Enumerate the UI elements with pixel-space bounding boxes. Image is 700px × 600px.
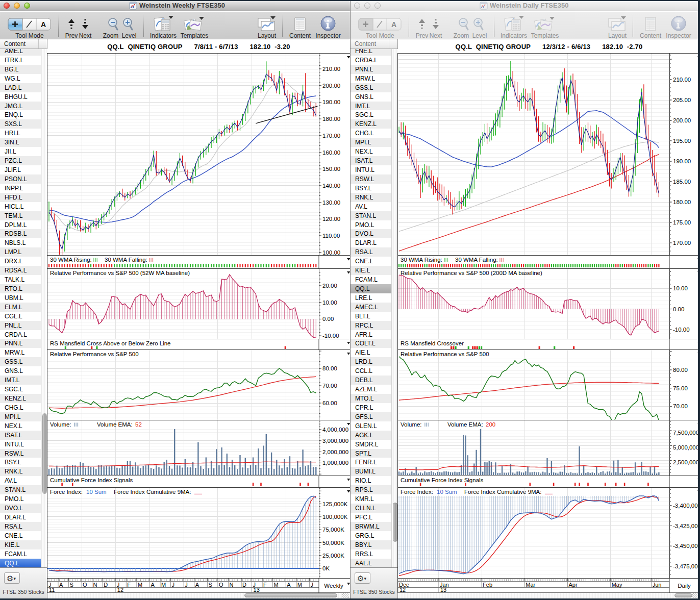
svg-text:A: A (151, 582, 155, 588)
svg-text:175.00: 175.00 (673, 219, 691, 226)
svg-text:Cumulative Force Index Signals: Cumulative Force Index Signals (401, 477, 484, 483)
svg-text:Force Index Cumulative 9MA:: Force Index Cumulative 9MA: (464, 489, 541, 495)
svg-text:Mar: Mar (526, 582, 535, 588)
svg-text:0K: 0K (322, 565, 330, 571)
svg-text:100.00: 100.00 (322, 249, 340, 255)
svg-text:52: 52 (135, 421, 142, 428)
svg-text:195.00: 195.00 (673, 138, 691, 144)
svg-text:-3,425,000,: -3,425,000, (673, 523, 700, 529)
svg-text:Volume:: Volume: (401, 421, 422, 428)
svg-text:F: F (127, 582, 131, 588)
svg-text:Apr: Apr (569, 582, 578, 588)
svg-text:70.00: 70.00 (673, 403, 688, 409)
svg-text:110.00: 110.00 (322, 233, 340, 239)
svg-text:Force Index Cumulative 9MA:: Force Index Cumulative 9MA: (114, 489, 191, 495)
svg-text:13: 13 (440, 587, 446, 593)
svg-text:Relative Performance vs S&P 50: Relative Performance vs S&P 500 (52W MA … (50, 270, 190, 276)
svg-text:170.00: 170.00 (322, 133, 340, 139)
svg-text:1,000,000: 1,000,000 (322, 460, 348, 466)
svg-text:RS Mansfield Crossover: RS Mansfield Crossover (401, 340, 464, 346)
svg-text:J: J (172, 582, 175, 588)
svg-text:75,000K: 75,000K (322, 527, 344, 533)
svg-text:Volume EMA:: Volume EMA: (97, 421, 133, 428)
svg-text:50,000K: 50,000K (322, 540, 344, 546)
svg-text:A: A (391, 20, 396, 29)
svg-text:Relative Performance vs S&P 50: Relative Performance vs S&P 500 (401, 351, 489, 357)
svg-text:190.00: 190.00 (673, 158, 691, 164)
svg-text:Force Index:: Force Index: (401, 489, 433, 495)
svg-text:M: M (297, 582, 302, 588)
svg-text:200.00: 200.00 (673, 117, 691, 123)
svg-text:May: May (612, 582, 622, 588)
svg-text:Weekly: Weekly (324, 583, 343, 589)
svg-text:Volume EMA:: Volume EMA: (447, 421, 483, 428)
svg-text:125,000K: 125,000K (322, 501, 348, 507)
svg-text:Daily: Daily (678, 583, 691, 589)
svg-text:5,000,000: 5,000,000 (673, 444, 699, 451)
svg-text:10.00: 10.00 (673, 285, 688, 291)
svg-text:30 WMA Rising:: 30 WMA Rising: (401, 257, 442, 263)
svg-text:M: M (274, 582, 279, 588)
svg-text:30 WMA Falling:: 30 WMA Falling: (455, 257, 498, 263)
svg-text:F: F (263, 582, 267, 588)
svg-text:-3,450,000,: -3,450,000, (673, 543, 700, 549)
svg-text:25,000K: 25,000K (322, 553, 344, 559)
svg-text:185.00: 185.00 (673, 179, 691, 185)
svg-text:210.00: 210.00 (322, 66, 340, 72)
svg-text:RS Mansfield Cross Above or Be: RS Mansfield Cross Above or Below Zero L… (50, 340, 171, 346)
svg-text:30 WMA Falling:: 30 WMA Falling: (105, 257, 147, 263)
svg-text:205.00: 205.00 (673, 97, 691, 103)
svg-text:D: D (242, 582, 246, 588)
svg-text:150.00: 150.00 (322, 166, 340, 172)
svg-text:7,500,000: 7,500,000 (673, 430, 699, 436)
svg-text:10.00: 10.00 (322, 299, 337, 306)
svg-text:O: O (219, 582, 223, 588)
svg-text:130.00: 130.00 (322, 199, 340, 206)
svg-text:J: J (310, 582, 313, 588)
svg-text:20.00: 20.00 (322, 283, 337, 289)
svg-text:A: A (59, 582, 63, 588)
svg-text:3,000,000: 3,000,000 (322, 438, 348, 444)
svg-text:2,000,000: 2,000,000 (322, 449, 348, 455)
svg-text:M: M (138, 582, 142, 588)
svg-text:O: O (83, 582, 87, 588)
svg-text:S: S (208, 582, 212, 588)
svg-text:100,000K: 100,000K (322, 514, 348, 520)
svg-text:180.00: 180.00 (673, 199, 691, 205)
svg-text:170.00: 170.00 (673, 240, 691, 246)
svg-text:10 Sum: 10 Sum (86, 489, 107, 495)
svg-text:210.00: 210.00 (673, 77, 691, 83)
svg-text:Force Index:: Force Index: (50, 489, 83, 495)
svg-text:75.00: 75.00 (673, 385, 688, 391)
svg-text:-3,400,000,: -3,400,000, (673, 503, 700, 509)
svg-text:0.00: 0.00 (322, 316, 334, 322)
svg-text:80.00: 80.00 (322, 365, 337, 371)
svg-text:Relative Performance vs S&P 50: Relative Performance vs S&P 500 (200D MA… (401, 270, 542, 276)
svg-text:180.00: 180.00 (322, 116, 340, 122)
svg-text:160.00: 160.00 (322, 149, 340, 156)
svg-text:120.00: 120.00 (322, 216, 340, 222)
svg-text:Cumulative Force Index Signals: Cumulative Force Index Signals (50, 477, 133, 483)
svg-text:70.00: 70.00 (322, 383, 337, 389)
svg-text:200: 200 (486, 421, 495, 428)
svg-text:13: 13 (254, 587, 260, 593)
svg-text:S: S (70, 582, 73, 588)
svg-text:Volume:: Volume: (50, 421, 71, 428)
svg-text:-3,475,000,: -3,475,000, (673, 563, 700, 569)
svg-text:N: N (229, 582, 233, 588)
svg-text:2,500,000: 2,500,000 (673, 459, 699, 465)
svg-text:D: D (104, 582, 108, 588)
svg-text:80.00: 80.00 (673, 367, 688, 373)
svg-text:200.00: 200.00 (322, 83, 340, 89)
svg-text:N: N (93, 582, 97, 588)
svg-text:Jun: Jun (653, 582, 662, 588)
svg-text:10 Sum: 10 Sum (437, 489, 457, 495)
svg-text:Feb: Feb (483, 582, 492, 588)
svg-text:30 WMA Rising:: 30 WMA Rising: (50, 257, 92, 263)
svg-text:-10.00: -10.00 (673, 327, 690, 333)
svg-text:Relative Performance vs S&P 50: Relative Performance vs S&P 500 (50, 351, 139, 357)
svg-text:11: 11 (49, 587, 55, 593)
svg-text:M: M (161, 582, 166, 588)
svg-text:A: A (195, 582, 199, 588)
svg-text:J: J (185, 582, 188, 588)
